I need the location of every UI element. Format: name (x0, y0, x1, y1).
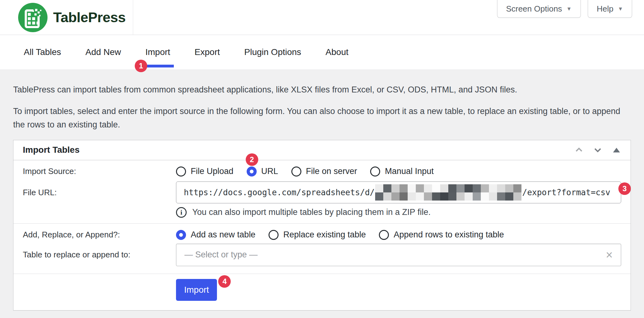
redaction-pixel (383, 192, 391, 201)
file-url-row: File URL: https://docs.google.com/spread… (13, 179, 631, 223)
redaction-pixel (456, 192, 465, 201)
add-replace-append-option[interactable]: Replace existing table (269, 230, 366, 240)
import-screen: TablePress can import tables from common… (0, 83, 644, 311)
step-badge-4: 4 (218, 275, 231, 288)
nav-tab[interactable]: About (325, 35, 348, 69)
redaction-pixel (473, 192, 481, 201)
help-label: Help (597, 4, 613, 14)
radio-icon (379, 230, 389, 240)
panel-handle-actions (574, 145, 622, 155)
redaction-pixel (416, 184, 424, 192)
step-badge-3: 3 (618, 182, 631, 195)
import-source-row: Import Source: File Upload URL 2 (13, 160, 631, 179)
brand-name: TablePress (53, 9, 126, 26)
step-badge-1: 1 (135, 60, 147, 72)
tablepress-logo-icon (18, 2, 48, 33)
radio-label: File on server (306, 166, 357, 176)
redaction-pixel (497, 192, 505, 201)
file-url-help: i You can also import multiple tables by… (176, 207, 621, 218)
radio-label: Add as new table (191, 230, 255, 240)
radio-label: File Upload (191, 166, 234, 176)
redaction-pixel (400, 184, 408, 192)
radio-label: Replace existing table (283, 230, 366, 240)
file-url-input[interactable]: https://docs.google.com/spreadsheets/d/ … (176, 181, 621, 203)
nav-tab-label: All Tables (24, 47, 61, 57)
nav-tab-label: Import (145, 47, 170, 57)
import-source-option[interactable]: File on server (291, 166, 357, 176)
table-select[interactable]: — Select or type — × (176, 244, 621, 266)
table-to-replace-row: Table to replace or append to: — Select … (13, 244, 631, 274)
move-up-icon[interactable] (574, 145, 584, 155)
panel-title: Import Tables (23, 145, 80, 155)
intro-paragraph-2: To import tables, select and enter the i… (13, 105, 631, 132)
redaction-pixel (448, 184, 456, 192)
table-select-placeholder: — Select or type — (184, 250, 258, 260)
redaction-pixel (400, 192, 408, 201)
radio-label: Append rows to existing table (394, 230, 504, 240)
nav-tab[interactable]: Export (194, 35, 220, 69)
redaction-pixel (424, 184, 432, 192)
redaction-pixel (416, 192, 424, 201)
redaction-pixel (481, 184, 489, 192)
clear-selection-icon[interactable]: × (606, 249, 613, 261)
redaction-pixel (513, 184, 521, 192)
radio-label: Manual Input (385, 166, 434, 176)
redaction-pixel (408, 192, 416, 201)
redaction-pixel (375, 192, 383, 201)
nav-tab[interactable]: Add New (85, 35, 121, 69)
radio-icon (176, 230, 186, 240)
redaction-pixel (513, 192, 521, 201)
import-source-label: Import Source: (23, 166, 176, 176)
nav-tab[interactable]: Plugin Options (244, 35, 301, 69)
submit-group: Import 4 (13, 274, 631, 310)
redaction-pixel (408, 184, 416, 192)
import-button-wrap: Import 4 (176, 279, 217, 301)
screen-options-button[interactable]: Screen Options ▼ (497, 0, 581, 18)
import-tables-panel: Import Tables Import Source: (13, 140, 631, 311)
add-replace-append-option[interactable]: Add as new table (176, 230, 255, 240)
add-replace-append-options: Add as new table Replace existing table … (176, 230, 621, 240)
tablepress-import-page: { "header": { "logo_text": "TablePress",… (0, 0, 644, 318)
import-source-option[interactable]: URL 2 (247, 166, 278, 176)
nav-tab[interactable]: Import 1 (145, 35, 170, 69)
step-badge-2: 2 (246, 153, 258, 166)
table-to-replace-label: Table to replace or append to: (23, 244, 176, 266)
nav-tab-label: About (325, 47, 348, 57)
redaction-pixel (505, 184, 513, 192)
destination-group: Add, Replace, or Append?: Add as new tab… (13, 224, 631, 274)
redaction-pixel (497, 184, 505, 192)
add-replace-append-option[interactable]: Append rows to existing table (379, 230, 504, 240)
submit-row: Import 4 (13, 274, 631, 310)
import-button[interactable]: Import (176, 279, 217, 301)
add-replace-append-label: Add, Replace, or Append?: (23, 230, 176, 240)
redaction-pixel (432, 184, 440, 192)
redaction-pixel (481, 192, 489, 201)
chevron-down-icon: ▼ (566, 6, 572, 12)
import-source-option[interactable]: Manual Input (370, 166, 434, 176)
radio-icon (176, 166, 186, 176)
nav-tab-label: Plugin Options (244, 47, 301, 57)
redaction-pixel (383, 184, 391, 192)
panel-header: Import Tables (13, 140, 631, 160)
admin-header: TablePress Screen Options ▼ Help ▼ (0, 0, 644, 35)
submit-spacer (23, 279, 176, 301)
nav-tab[interactable]: All Tables (24, 35, 61, 69)
nav-tab-label: Add New (85, 47, 121, 57)
add-replace-append-row: Add, Replace, or Append?: Add as new tab… (13, 224, 631, 244)
brand: TablePress (0, 0, 133, 35)
redaction-pixel (489, 192, 497, 201)
redaction-pixel (391, 192, 400, 201)
move-down-icon[interactable] (592, 145, 603, 155)
redaction-pixel (440, 184, 448, 192)
redaction-pixel (465, 184, 473, 192)
redaction-pixel (489, 184, 497, 192)
collapse-toggle-icon[interactable] (611, 145, 622, 155)
import-source-options: File Upload URL 2 File on server (176, 166, 621, 176)
nav-tabs: All Tables Add New Import 1 Export Plugi… (0, 35, 644, 69)
radio-icon (247, 166, 257, 176)
redaction-pixel (424, 192, 432, 201)
import-source-option[interactable]: File Upload (176, 166, 234, 176)
source-group: Import Source: File Upload URL 2 (13, 160, 631, 224)
help-button[interactable]: Help ▼ (588, 0, 632, 18)
file-url-value-suffix: /export?format=csv (522, 188, 610, 197)
